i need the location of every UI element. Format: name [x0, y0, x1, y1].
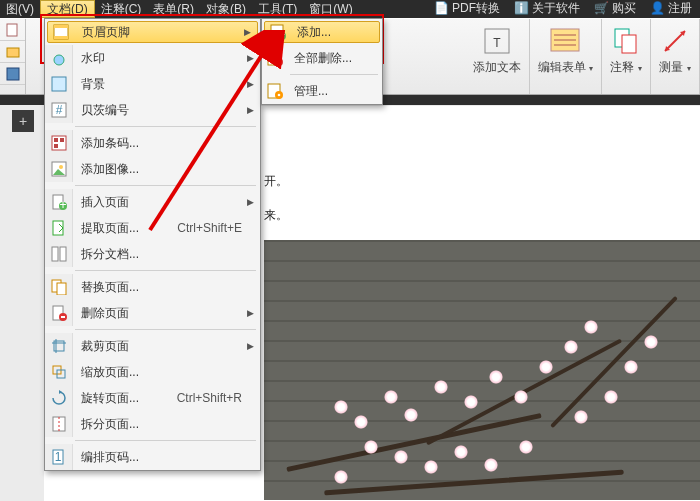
menu-insert-pages-label: 插入页面 [73, 194, 260, 211]
menu-view[interactable]: 图(V) [0, 0, 40, 18]
document-image [264, 240, 700, 500]
menu-watermark-label: 水印 [73, 50, 260, 67]
menu-split-doc[interactable]: 拆分文档... [45, 241, 260, 267]
split-page-icon [45, 411, 73, 437]
menu-delete-pages[interactable]: 删除页面 ▶ [45, 300, 260, 326]
menu-comments[interactable]: 注释(C) [95, 0, 148, 18]
menu-crop-pages-label: 裁剪页面 [73, 338, 260, 355]
menu-watermark[interactable]: 水印 ▶ [45, 45, 260, 71]
about-link[interactable]: ℹ️关于软件 [514, 0, 580, 17]
tool-edit-form[interactable]: 编辑表单 ▾ [530, 19, 602, 94]
tool-measure[interactable]: 测量 ▾ [651, 19, 700, 94]
menu-tools[interactable]: 工具(T) [252, 0, 303, 18]
svg-rect-1 [7, 48, 19, 57]
menu-header-footer-label: 页眉页脚 [74, 24, 257, 41]
menu-barcode-label: 添加条码... [73, 135, 260, 152]
menu-split-pages-label: 拆分页面... [73, 416, 260, 433]
menu-extract-pages-label: 提取页面... [73, 220, 177, 237]
svg-text:#: # [55, 103, 62, 117]
menu-bates[interactable]: # 贝茨编号 ▶ [45, 97, 260, 123]
menu-forms[interactable]: 表单(R) [147, 0, 200, 18]
buy-link[interactable]: 🛒购买 [594, 0, 636, 17]
submenu-remove-all[interactable]: 全部删除... [262, 45, 382, 71]
manage-icon [262, 78, 288, 104]
measure-icon [659, 25, 691, 57]
svg-rect-10 [622, 35, 636, 53]
barcode-icon [45, 130, 73, 156]
annotate-icon [610, 25, 642, 57]
svg-rect-22 [54, 138, 58, 142]
text-icon: T [481, 25, 513, 57]
svg-rect-38 [61, 316, 65, 318]
svg-rect-0 [7, 24, 17, 36]
header-footer-icon [48, 19, 74, 45]
doc-line-2: 来。 [264, 198, 288, 232]
quick-open-icon[interactable] [0, 41, 25, 63]
menu-rotate-accel: Ctrl+Shift+R [177, 391, 260, 405]
submenu-remove-all-label: 全部删除... [288, 50, 382, 67]
submenu-add[interactable]: + 添加... [264, 21, 380, 43]
menu-delete-pages-label: 删除页面 [73, 305, 260, 322]
svg-point-17 [54, 55, 64, 65]
quick-access-column [0, 19, 26, 94]
delete-page-icon [45, 300, 73, 326]
menu-background[interactable]: 背景 ▶ [45, 71, 260, 97]
register-link[interactable]: 👤注册 [650, 0, 692, 17]
submenu-add-label: 添加... [291, 24, 379, 41]
menu-replace-pages[interactable]: 替换页面... [45, 274, 260, 300]
menu-resize-pages-label: 缩放页面... [73, 364, 260, 381]
submenu-manage[interactable]: 管理... [262, 78, 382, 104]
replace-page-icon [45, 274, 73, 300]
menu-objects[interactable]: 对象(B) [200, 0, 252, 18]
svg-point-26 [59, 165, 63, 169]
svg-text:T: T [493, 36, 501, 50]
quick-new-icon[interactable] [0, 19, 25, 41]
menu-split-pages[interactable]: 拆分页面... [45, 411, 260, 437]
image-icon [45, 156, 73, 182]
insert-page-icon: + [45, 189, 73, 215]
document-text: 开。 来。 [264, 164, 288, 232]
tool-add-text[interactable]: T 添加文本 [465, 19, 530, 94]
menu-extract-accel: Ctrl+Shift+E [177, 221, 260, 235]
svg-rect-15 [54, 25, 68, 28]
menu-page-numbering[interactable]: 1 编排页码... [45, 444, 260, 470]
pdf-convert-link[interactable]: 📄PDF转换 [434, 0, 500, 17]
menu-insert-pages[interactable]: + 插入页面 ▶ [45, 189, 260, 215]
svg-rect-2 [7, 68, 19, 80]
menu-rotate-pages[interactable]: 旋转页面... Ctrl+Shift+R [45, 385, 260, 411]
tool-annotate[interactable]: 注释 ▾ [602, 19, 651, 94]
doc-line-1: 开。 [264, 164, 288, 198]
submenu-arrow-icon: ▶ [244, 27, 251, 37]
menu-document[interactable]: 文档(D) [40, 0, 95, 18]
svg-rect-31 [53, 221, 63, 235]
menu-image[interactable]: 添加图像... [45, 156, 260, 182]
quick-save-icon[interactable] [0, 63, 25, 85]
menu-window[interactable]: 窗口(W) [303, 0, 358, 18]
svg-rect-23 [60, 138, 64, 142]
watermark-icon [45, 45, 73, 71]
new-tab-button[interactable]: + [12, 110, 34, 132]
menu-extract-pages[interactable]: 提取页面... Ctrl+Shift+E [45, 215, 260, 241]
menu-crop-pages[interactable]: 裁剪页面 ▶ [45, 333, 260, 359]
submenu-manage-label: 管理... [288, 83, 382, 100]
header-footer-submenu: + 添加... 全部删除... 管理... [261, 18, 383, 105]
remove-all-icon [262, 45, 288, 71]
menu-header-footer[interactable]: 页眉页脚 ▶ [47, 21, 258, 43]
menu-resize-pages[interactable]: 缩放页面... [45, 359, 260, 385]
extract-page-icon [45, 215, 73, 241]
rotate-icon [45, 385, 73, 411]
svg-text:+: + [278, 28, 285, 40]
svg-rect-54 [277, 61, 281, 63]
bates-icon: # [45, 97, 73, 123]
menu-barcode[interactable]: 添加条码... [45, 130, 260, 156]
form-icon [549, 25, 581, 57]
svg-rect-32 [52, 247, 58, 261]
svg-text:1: 1 [54, 450, 61, 464]
svg-rect-24 [54, 144, 58, 148]
svg-rect-35 [57, 283, 66, 295]
svg-rect-45 [53, 417, 65, 431]
menu-image-label: 添加图像... [73, 161, 260, 178]
svg-text:+: + [59, 198, 66, 210]
background-icon [45, 71, 73, 97]
resize-icon [45, 359, 73, 385]
